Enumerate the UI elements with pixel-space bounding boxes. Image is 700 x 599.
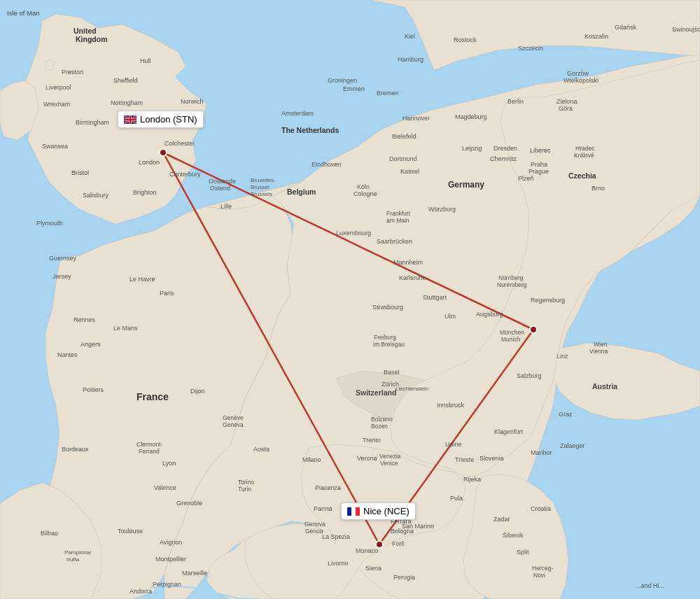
svg-text:Brussel: Brussel xyxy=(251,184,270,190)
svg-text:Kiel: Kiel xyxy=(405,33,415,40)
svg-text:Grenoble: Grenoble xyxy=(176,500,202,507)
svg-text:The Netherlands: The Netherlands xyxy=(281,126,339,134)
svg-text:Basel: Basel xyxy=(384,369,400,376)
svg-text:Swansea: Swansea xyxy=(42,143,68,150)
svg-text:Perpignan: Perpignan xyxy=(153,581,181,588)
svg-text:Monaco: Monaco xyxy=(356,547,378,554)
svg-rect-162 xyxy=(356,507,360,516)
svg-text:Clermont-: Clermont- xyxy=(136,441,162,448)
svg-text:Praha: Praha xyxy=(531,161,547,168)
svg-text:Venice: Venice xyxy=(380,460,398,467)
svg-text:Split: Split xyxy=(517,549,529,556)
map-container: Isle of Man United Kingdom Preston Hull … xyxy=(0,0,700,599)
munich-airport-dot xyxy=(530,326,537,333)
svg-text:France: France xyxy=(136,391,169,402)
svg-text:Vienna: Vienna xyxy=(589,348,608,355)
svg-text:Piacenza: Piacenza xyxy=(315,484,341,491)
svg-text:Andorra: Andorra xyxy=(130,588,152,595)
svg-text:Pula: Pula xyxy=(450,495,463,502)
svg-text:Hamburg: Hamburg xyxy=(398,56,424,63)
svg-text:Graz: Graz xyxy=(559,411,573,418)
svg-text:Colchester: Colchester xyxy=(164,140,195,147)
svg-text:Brussels: Brussels xyxy=(251,191,272,197)
svg-text:Poitiers: Poitiers xyxy=(83,386,104,393)
svg-text:Innsbruck: Innsbruck xyxy=(437,402,465,409)
svg-text:Emmen: Emmen xyxy=(343,85,365,92)
svg-text:Le Havre: Le Havre xyxy=(130,276,155,283)
svg-text:Bozen: Bozen xyxy=(371,423,388,430)
svg-text:Perugia: Perugia xyxy=(393,574,415,581)
svg-text:Regensburg: Regensburg xyxy=(531,297,565,304)
svg-text:Switzerland: Switzerland xyxy=(356,388,396,397)
svg-text:Brighton: Brighton xyxy=(133,189,157,196)
svg-text:Bristol: Bristol xyxy=(71,169,89,176)
svg-text:Germany: Germany xyxy=(448,180,484,190)
svg-text:...and Hi...: ...and Hi... xyxy=(636,582,664,589)
svg-text:Belgium: Belgium xyxy=(287,188,316,196)
svg-text:Forlì: Forlì xyxy=(392,540,405,547)
svg-text:Góra: Góra xyxy=(559,105,573,112)
svg-text:Trieste: Trieste xyxy=(455,456,474,463)
svg-text:Liechtenstein: Liechtenstein xyxy=(396,386,428,392)
fr-flag xyxy=(347,507,360,516)
svg-text:Maribor: Maribor xyxy=(531,449,552,456)
svg-text:Guernsey: Guernsey xyxy=(49,255,77,262)
svg-text:Iruña: Iruña xyxy=(66,556,80,563)
svg-text:Berlin: Berlin xyxy=(507,98,524,105)
svg-text:Hannover: Hannover xyxy=(402,115,430,122)
svg-text:Paris: Paris xyxy=(160,290,174,297)
svg-text:Verona: Verona xyxy=(357,455,377,462)
svg-text:Linz: Linz xyxy=(556,353,568,360)
svg-text:Bremen: Bremen xyxy=(377,90,399,97)
svg-text:Bruxelles-: Bruxelles- xyxy=(251,177,276,183)
svg-text:Rostock: Rostock xyxy=(454,36,477,43)
svg-text:Canterbury: Canterbury xyxy=(169,171,201,178)
svg-text:Freiburg: Freiburg xyxy=(374,334,396,341)
svg-text:Dortmund: Dortmund xyxy=(389,155,417,162)
svg-text:Turin: Turin xyxy=(238,486,251,493)
svg-text:Brno: Brno xyxy=(592,185,605,192)
svg-text:Cologne: Cologne xyxy=(354,190,377,197)
svg-text:Liverpool: Liverpool xyxy=(46,84,71,91)
svg-text:Pamplona/: Pamplona/ xyxy=(64,549,92,556)
svg-text:München: München xyxy=(500,329,524,336)
svg-text:Le Mans: Le Mans xyxy=(113,325,138,332)
svg-text:Norwich: Norwich xyxy=(181,98,204,105)
svg-text:Toulouse: Toulouse xyxy=(118,528,143,535)
svg-text:Gdańsk: Gdańsk xyxy=(615,24,637,31)
svg-text:Montpellier: Montpellier xyxy=(155,556,186,563)
svg-text:Saarbrücken: Saarbrücken xyxy=(377,238,412,245)
svg-text:Udine: Udine xyxy=(445,441,462,448)
svg-text:Rijeka: Rijeka xyxy=(463,476,481,483)
svg-text:Bolzano: Bolzano xyxy=(371,416,393,423)
svg-text:Plzeň: Plzeň xyxy=(518,175,534,182)
svg-text:Novi: Novi xyxy=(533,572,545,579)
svg-text:Lille: Lille xyxy=(220,203,232,210)
svg-text:Klagenfurt: Klagenfurt xyxy=(494,428,524,435)
london-airport-label: London (STN) xyxy=(118,111,204,128)
svg-text:Venezia: Venezia xyxy=(379,453,401,460)
svg-text:Luxembourg: Luxembourg xyxy=(336,230,371,237)
svg-text:Milano: Milano xyxy=(302,456,321,463)
svg-text:Herceg-: Herceg- xyxy=(532,565,553,572)
svg-text:Králové: Králové xyxy=(574,152,594,159)
svg-text:London: London xyxy=(139,159,160,166)
svg-text:Salisbury: Salisbury xyxy=(83,192,109,199)
svg-text:San Marino: San Marino xyxy=(402,523,434,530)
svg-text:Zielona: Zielona xyxy=(556,98,578,105)
svg-text:Swinoujście: Swinoujście xyxy=(672,26,700,33)
svg-text:Munich: Munich xyxy=(501,336,521,343)
svg-text:La Spezia: La Spezia xyxy=(322,533,350,540)
svg-text:Torino: Torino xyxy=(238,479,254,486)
london-airport-dot xyxy=(160,149,167,156)
svg-text:Nottingham: Nottingham xyxy=(111,99,143,106)
svg-text:Würzburg: Würzburg xyxy=(428,206,456,213)
svg-text:Nantes: Nantes xyxy=(57,351,78,358)
svg-text:Dijon: Dijon xyxy=(190,388,205,395)
svg-text:Austria: Austria xyxy=(592,382,617,390)
svg-text:Sheffield: Sheffield xyxy=(113,77,138,84)
uk-flag xyxy=(124,115,136,124)
svg-text:Stuttgart: Stuttgart xyxy=(423,294,447,301)
svg-text:Bordeaux: Bordeaux xyxy=(62,446,89,453)
svg-text:Šibenik: Šibenik xyxy=(503,532,524,539)
